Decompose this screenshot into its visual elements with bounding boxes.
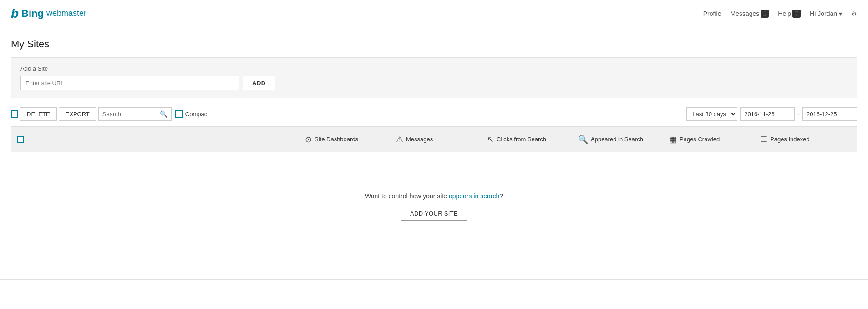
help-badge: 7 (792, 10, 801, 18)
col-appeared-in-search[interactable]: 🔍Appeared in Search (578, 134, 669, 144)
profile-link[interactable]: Profile (703, 10, 721, 17)
empty-state-text: Want to control how your site appears in… (365, 192, 503, 200)
col-select-all (17, 136, 35, 143)
user-menu[interactable]: Hi Jordan ▾ (810, 10, 842, 17)
pages-crawled-label: Pages Crawled (680, 136, 720, 143)
compact-checkbox[interactable] (175, 110, 183, 118)
site-dashboards-label: Site Dashboards (315, 136, 358, 143)
help-nav-item[interactable]: Help7 (778, 10, 801, 18)
clicks-from-search-label: Clicks from Search (497, 136, 546, 143)
appeared-in-search-icon: 🔍 (578, 134, 588, 144)
pages-indexed-label: Pages Indexed (770, 136, 810, 143)
empty-state: Want to control how your site appears in… (11, 152, 857, 261)
search-input[interactable] (102, 111, 157, 118)
messages-nav-label: Messages (730, 10, 759, 17)
toolbar: DELETE EXPORT 🔍 Compact Last 30 days Las… (11, 107, 857, 126)
add-site-row: ADD (20, 76, 848, 90)
add-site-button[interactable]: ADD (243, 76, 275, 90)
site-url-input[interactable] (20, 76, 239, 90)
messages-nav-item[interactable]: Messages1 (730, 10, 769, 18)
search-icon: 🔍 (160, 110, 168, 118)
add-site-label: Add a Site (20, 65, 848, 72)
col-site-dashboards[interactable]: ⊙Site Dashboards (305, 134, 396, 144)
select-all-checkbox[interactable] (11, 110, 18, 118)
col-messages[interactable]: ⚠Messages (396, 134, 487, 144)
user-greeting: Hi Jordan (810, 10, 837, 17)
bing-wordmark: Bing (21, 8, 44, 20)
settings-icon[interactable]: ⚙ (851, 10, 857, 17)
compact-text: Compact (185, 111, 209, 118)
add-site-box: Add a Site ADD (11, 57, 857, 98)
messages-label: Messages (406, 136, 433, 143)
appeared-in-search-label: Appeared in Search (591, 136, 643, 143)
search-box[interactable]: 🔍 (98, 107, 172, 121)
messages-badge: 1 (761, 10, 769, 18)
pages-crawled-icon: ▦ (669, 134, 677, 144)
messages-icon: ⚠ (396, 134, 403, 144)
export-button[interactable]: EXPORT (59, 107, 96, 121)
date-end-input[interactable] (802, 107, 857, 121)
empty-state-link[interactable]: appears in search (449, 192, 499, 200)
page-title: My Sites (11, 38, 857, 50)
col-pages-crawled[interactable]: ▦Pages Crawled (669, 134, 760, 144)
date-range-select[interactable]: Last 30 days Last 7 days Last 90 days Cu… (686, 107, 737, 121)
top-nav: Profile Messages1 Help7 Hi Jordan ▾ ⚙ (703, 10, 857, 18)
header-checkbox[interactable] (17, 136, 24, 143)
toolbar-right: Last 30 days Last 7 days Last 90 days Cu… (686, 107, 857, 121)
date-start-input[interactable] (740, 107, 795, 121)
pages-indexed-icon: ☰ (760, 134, 767, 144)
chevron-down-icon: ▾ (839, 10, 842, 17)
col-clicks-from-search[interactable]: ↖Clicks from Search (487, 134, 578, 144)
delete-button[interactable]: DELETE (20, 107, 57, 121)
compact-label[interactable]: Compact (175, 110, 209, 118)
footer-divider (0, 279, 868, 280)
logo: b Bing webmaster (11, 7, 86, 20)
header: b Bing webmaster Profile Messages1 Help7… (0, 0, 868, 27)
bing-b-icon: b (11, 7, 19, 20)
site-dashboards-icon: ⊙ (305, 134, 312, 144)
clicks-from-search-icon: ↖ (487, 134, 494, 144)
help-nav-label: Help (778, 10, 791, 17)
webmaster-wordmark: webmaster (46, 9, 86, 18)
col-pages-indexed[interactable]: ☰Pages Indexed (760, 134, 851, 144)
sites-table-header: ⊙Site Dashboards⚠Messages↖Clicks from Se… (11, 126, 857, 152)
add-your-site-button[interactable]: ADD YOUR SITE (401, 207, 467, 221)
date-separator: - (797, 110, 800, 118)
main-content: My Sites Add a Site ADD DELETE EXPORT 🔍 … (0, 27, 868, 261)
